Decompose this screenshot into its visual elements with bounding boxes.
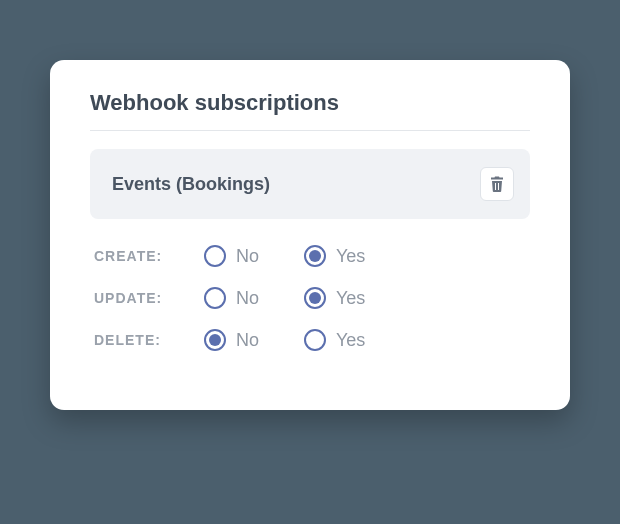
radio-label: No — [236, 288, 259, 309]
radio-create-no[interactable]: No — [204, 245, 304, 267]
radio-icon — [304, 287, 326, 309]
event-label: Events (Bookings) — [112, 174, 270, 195]
row-label-create: CREATE: — [94, 248, 204, 264]
radio-update-no[interactable]: No — [204, 287, 304, 309]
options-grid: CREATE: No Yes UPDATE: No Yes DELETE: No… — [90, 245, 530, 351]
row-label-update: UPDATE: — [94, 290, 204, 306]
radio-create-yes[interactable]: Yes — [304, 245, 404, 267]
radio-icon — [304, 329, 326, 351]
radio-label: No — [236, 330, 259, 351]
radio-label: Yes — [336, 288, 365, 309]
radio-icon — [204, 245, 226, 267]
radio-icon — [304, 245, 326, 267]
radio-icon — [204, 329, 226, 351]
radio-icon — [204, 287, 226, 309]
row-label-delete: DELETE: — [94, 332, 204, 348]
card-title: Webhook subscriptions — [90, 90, 530, 116]
radio-delete-yes[interactable]: Yes — [304, 329, 404, 351]
radio-label: Yes — [336, 330, 365, 351]
radio-delete-no[interactable]: No — [204, 329, 304, 351]
delete-event-button[interactable] — [480, 167, 514, 201]
radio-label: Yes — [336, 246, 365, 267]
event-row: Events (Bookings) — [90, 149, 530, 219]
divider — [90, 130, 530, 131]
webhook-subscriptions-card: Webhook subscriptions Events (Bookings) … — [50, 60, 570, 410]
radio-update-yes[interactable]: Yes — [304, 287, 404, 309]
trash-icon — [490, 176, 504, 192]
radio-label: No — [236, 246, 259, 267]
